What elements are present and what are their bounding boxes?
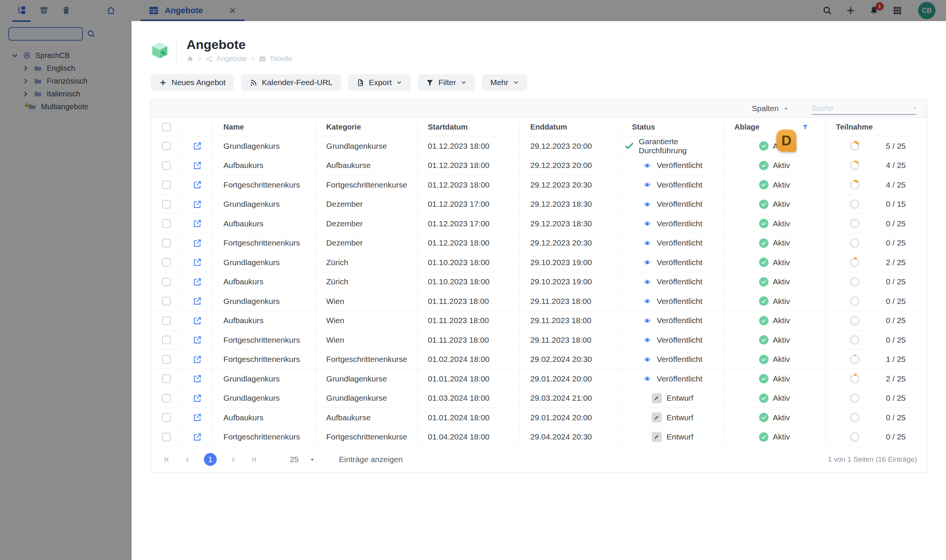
cell-startdatum: 01.10.2023 18:00 (417, 253, 519, 272)
open-record-icon[interactable] (193, 335, 202, 345)
home-icon[interactable] (187, 55, 194, 63)
row-checkbox[interactable] (162, 180, 171, 189)
open-record-icon[interactable] (193, 238, 202, 248)
open-record-icon[interactable] (193, 200, 202, 209)
chevron-down-icon[interactable] (11, 52, 19, 59)
row-checkbox[interactable] (162, 355, 171, 364)
row-checkbox[interactable] (162, 374, 171, 383)
active-filter-icon[interactable] (802, 124, 809, 130)
caret-down-icon (783, 106, 789, 111)
cell-enddatum: 29.02.2024 20:30 (519, 350, 621, 369)
search-icon[interactable] (823, 6, 832, 15)
tree-item-franzoesisch[interactable]: Französisch (0, 75, 131, 88)
export-button[interactable]: Export (348, 74, 411, 91)
cell-teilnahme: 0 / 25 (825, 311, 927, 330)
search-icon[interactable] (914, 103, 916, 112)
row-checkbox[interactable] (162, 219, 171, 228)
column-header-ablage[interactable]: Ablage (724, 118, 826, 136)
chevron-right-icon[interactable] (22, 91, 29, 97)
row-checkbox[interactable] (162, 239, 171, 248)
row-checkbox[interactable] (162, 200, 171, 209)
row-checkbox[interactable] (162, 413, 171, 422)
tree-item-sprachcb[interactable]: SprachCB (0, 49, 131, 62)
participation-label: 0 / 25 (886, 394, 906, 403)
open-record-icon[interactable] (193, 277, 202, 286)
column-header-enddatum[interactable]: Enddatum (519, 118, 621, 136)
first-page-icon[interactable] (163, 456, 171, 464)
tree-item-englisch[interactable]: Englisch (0, 62, 131, 75)
tree-item-multiangebote[interactable]: Multiangebote (0, 100, 131, 113)
row-checkbox[interactable] (162, 142, 171, 150)
open-record-icon[interactable] (193, 258, 202, 267)
tab-angebote[interactable]: Angebote (140, 0, 245, 21)
column-header-status[interactable]: Status (621, 118, 724, 136)
open-record-icon[interactable] (193, 355, 202, 364)
previous-page-icon[interactable] (184, 456, 191, 464)
cell-kategorie: Grundlagenkurse (315, 136, 417, 155)
tree-item-italienisch[interactable]: Italienisch (0, 88, 131, 100)
open-record-icon[interactable] (193, 413, 202, 422)
add-icon[interactable] (846, 6, 855, 15)
row-checkbox[interactable] (162, 335, 171, 344)
notifications-bell-icon[interactable]: 1 (869, 6, 879, 15)
table-search-input[interactable] (812, 103, 914, 112)
cell-status: Veröffentlicht (621, 156, 724, 175)
avatar[interactable]: CB (918, 2, 935, 19)
open-record-icon[interactable] (193, 374, 202, 383)
column-header-kategorie[interactable]: Kategorie (315, 118, 417, 136)
apps-grid-icon[interactable] (892, 6, 902, 15)
current-page-button[interactable]: 1 (204, 453, 217, 466)
open-record-icon[interactable] (193, 141, 202, 151)
open-record-icon[interactable] (193, 219, 202, 228)
row-checkbox[interactable] (162, 297, 171, 305)
ablage-label: Aktiv (773, 316, 790, 325)
row-select-cell (151, 389, 182, 408)
row-checkbox[interactable] (162, 394, 171, 403)
open-record-icon[interactable] (193, 180, 202, 189)
column-header-teilnahme[interactable]: Teilnahme (825, 118, 927, 136)
row-open-cell (182, 330, 213, 349)
cell-ablage: Aktiv (723, 175, 825, 194)
plus-icon (159, 79, 167, 87)
table-row: Aufbaukurs Wien 01.11.2023 18:00 29.11.2… (151, 311, 927, 331)
page-size-select[interactable]: 25 (290, 455, 315, 464)
open-record-icon[interactable] (193, 432, 202, 442)
tree-view-icon[interactable] (17, 5, 27, 15)
cell-teilnahme: 2 / 25 (825, 253, 927, 272)
calendar-feed-url-button[interactable]: Kalender-Feed-URL (241, 74, 341, 91)
cell-name: Aufbaukurs (213, 311, 315, 330)
row-checkbox[interactable] (162, 316, 171, 325)
open-record-icon[interactable] (193, 394, 202, 403)
row-checkbox[interactable] (162, 433, 171, 442)
open-record-icon[interactable] (193, 296, 202, 306)
column-header-startdatum[interactable]: Startdatum (417, 118, 519, 136)
row-checkbox[interactable] (162, 258, 171, 267)
sidebar-search-input[interactable] (8, 27, 83, 41)
chevron-right-icon[interactable] (22, 65, 29, 72)
cell-enddatum: 29.10.2023 19:00 (519, 272, 621, 291)
breadcrumb-item[interactable]: Angebote (216, 55, 247, 63)
next-page-icon[interactable] (229, 456, 237, 464)
select-all-checkbox[interactable] (162, 123, 171, 131)
column-header-name[interactable]: Name (213, 118, 315, 136)
cell-status: Veröffentlicht (621, 214, 724, 233)
last-page-icon[interactable] (250, 456, 258, 464)
status-label: Veröffentlicht (657, 374, 702, 383)
home-icon[interactable] (106, 5, 116, 15)
close-icon[interactable] (229, 7, 236, 14)
header-divider (176, 38, 177, 63)
filter-button[interactable]: Filter (418, 74, 475, 91)
open-record-icon[interactable] (193, 316, 202, 325)
archive-icon[interactable] (39, 5, 49, 15)
trash-icon[interactable] (61, 5, 71, 15)
table-icon (149, 6, 159, 15)
new-offer-button[interactable]: Neues Angebot (151, 74, 234, 91)
chevron-right-icon[interactable] (22, 78, 29, 85)
open-record-icon[interactable] (193, 161, 202, 170)
columns-button[interactable]: Spalten (752, 104, 789, 113)
row-checkbox[interactable] (162, 161, 171, 170)
participation-label: 0 / 25 (886, 277, 906, 286)
sidebar-search-icon[interactable] (87, 29, 96, 38)
more-button[interactable]: Mehr (482, 74, 527, 91)
row-checkbox[interactable] (162, 278, 171, 286)
